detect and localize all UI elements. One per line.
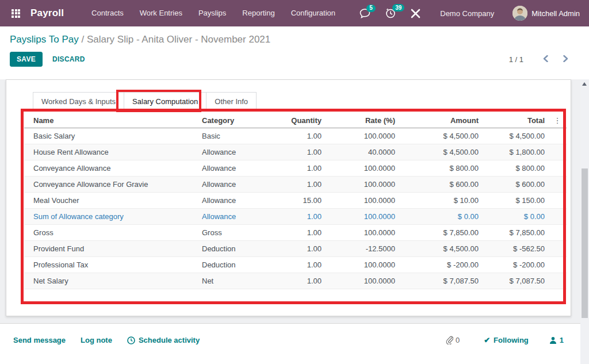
cell-rate: 100.0000 bbox=[325, 132, 399, 140]
column-header-category[interactable]: Category bbox=[198, 116, 276, 125]
cell-amount: $ 7,087.50 bbox=[399, 277, 482, 285]
table-row[interactable]: House Rent Allowance Allowance 1.00 40.0… bbox=[24, 144, 567, 160]
cell-category: Deduction bbox=[198, 244, 276, 253]
cell-total: $ -562.50 bbox=[482, 244, 548, 253]
table-header-row: Name Category Quantity Rate (%) Amount T… bbox=[24, 113, 567, 128]
menu-item-configuration[interactable]: Configuration bbox=[283, 0, 343, 26]
cell-total: $ 0.00 bbox=[482, 212, 548, 221]
log-note-label: Log note bbox=[81, 336, 112, 344]
cell-name: Professional Tax bbox=[24, 260, 198, 269]
salary-lines-table: Name Category Quantity Rate (%) Amount T… bbox=[24, 113, 567, 289]
vertical-scrollbar[interactable] bbox=[580, 79, 589, 364]
table-row[interactable]: Net Salary Net 1.00 100.0000 $ 7,087.50 … bbox=[24, 273, 567, 289]
app-title[interactable]: Payroll bbox=[30, 7, 64, 19]
attachments-button[interactable]: 0 bbox=[446, 336, 460, 344]
breadcrumb-parent[interactable]: Payslips To Pay bbox=[10, 34, 79, 45]
cell-category: Net bbox=[198, 277, 276, 285]
company-switcher[interactable]: Demo Company bbox=[440, 9, 494, 18]
following-button[interactable]: ✔ Following bbox=[484, 336, 529, 344]
cell-name: Net Salary bbox=[24, 277, 198, 285]
cell-quantity: 1.00 bbox=[276, 164, 325, 173]
column-header-total[interactable]: Total bbox=[482, 116, 548, 125]
followers-button[interactable]: 1 bbox=[549, 336, 564, 344]
cell-name: Sum of Allowance category bbox=[24, 212, 198, 221]
column-header-rate[interactable]: Rate (%) bbox=[325, 116, 399, 125]
pager-next-button[interactable] bbox=[560, 53, 572, 66]
tools-button[interactable] bbox=[411, 9, 420, 18]
cell-total: $ 7,850.00 bbox=[482, 228, 548, 237]
table-row[interactable]: Conveyance Allowance Allowance 1.00 100.… bbox=[24, 160, 567, 177]
scrollbar-up-arrow[interactable] bbox=[582, 82, 587, 86]
table-row[interactable]: Sum of Allowance category Allowance 1.00… bbox=[24, 209, 567, 225]
followers-count: 1 bbox=[560, 336, 564, 344]
cell-rate: 100.0000 bbox=[325, 164, 399, 173]
cell-category: Allowance bbox=[198, 164, 276, 173]
pager-counter: 1 / 1 bbox=[509, 55, 523, 64]
table-row[interactable]: Conveyance Allowance For Gravie Allowanc… bbox=[24, 177, 567, 193]
user-menu[interactable]: Mitchell Admin bbox=[512, 6, 580, 21]
cell-amount: $ 4,500.00 bbox=[399, 244, 482, 253]
cell-quantity: 1.00 bbox=[276, 148, 325, 156]
cell-quantity: 1.00 bbox=[276, 180, 325, 189]
activities-button[interactable]: 39 bbox=[385, 8, 396, 18]
cell-name: Gross bbox=[24, 228, 198, 237]
tab-other-info[interactable]: Other Info bbox=[206, 92, 257, 111]
breadcrumb-separator: / bbox=[81, 34, 84, 45]
cell-rate: 100.0000 bbox=[325, 260, 399, 269]
table-row[interactable]: Meal Voucher Allowance 15.00 100.0000 $ … bbox=[24, 193, 567, 209]
column-header-name[interactable]: Name bbox=[24, 116, 198, 125]
cell-name: Conveyance Allowance bbox=[24, 164, 198, 173]
main-menu: Contracts Work Entries Payslips Reportin… bbox=[83, 0, 343, 26]
form-sheet: Worked Days & Inputs Salary Computation … bbox=[6, 79, 571, 316]
discard-button[interactable]: DISCARD bbox=[52, 55, 85, 63]
menu-item-payslips[interactable]: Payslips bbox=[190, 0, 234, 26]
form-view-area: Worked Days & Inputs Salary Computation … bbox=[0, 79, 589, 323]
save-button[interactable]: SAVE bbox=[10, 52, 43, 67]
scrollbar-thumb[interactable] bbox=[582, 168, 588, 318]
optional-columns-icon[interactable]: ⋮ bbox=[548, 116, 567, 125]
cell-rate: -12.5000 bbox=[325, 244, 399, 253]
tab-salary-computation[interactable]: Salary Computation bbox=[124, 92, 206, 111]
cell-rate: 100.0000 bbox=[325, 212, 399, 221]
activities-badge: 39 bbox=[392, 4, 404, 12]
cell-rate: 40.0000 bbox=[325, 148, 399, 156]
tab-worked-days-inputs[interactable]: Worked Days & Inputs bbox=[33, 92, 124, 111]
pager-previous-button[interactable] bbox=[540, 53, 552, 66]
cell-amount: $ 7,850.00 bbox=[399, 228, 482, 237]
cell-total: $ 7,087.50 bbox=[482, 277, 548, 285]
following-label: Following bbox=[494, 336, 529, 344]
cell-category: Allowance bbox=[198, 212, 276, 221]
cell-name: Basic Salary bbox=[24, 132, 198, 140]
schedule-activity-button[interactable]: Schedule activity bbox=[127, 336, 200, 344]
menu-item-reporting[interactable]: Reporting bbox=[234, 0, 282, 26]
log-note-button[interactable]: Log note bbox=[81, 336, 112, 344]
menu-item-contracts[interactable]: Contracts bbox=[83, 0, 132, 26]
crossed-tools-icon bbox=[411, 9, 420, 18]
chevron-left-icon bbox=[543, 55, 548, 62]
cell-total: $ 150.00 bbox=[482, 196, 548, 205]
cell-amount: $ 800.00 bbox=[399, 164, 482, 173]
cell-category: Deduction bbox=[198, 260, 276, 269]
cell-category: Basic bbox=[198, 132, 276, 140]
column-header-quantity[interactable]: Quantity bbox=[276, 116, 325, 125]
clock-icon bbox=[127, 336, 135, 344]
cell-category: Allowance bbox=[198, 196, 276, 205]
table-row[interactable]: Basic Salary Basic 1.00 100.0000 $ 4,500… bbox=[24, 128, 567, 144]
paperclip-icon bbox=[446, 336, 453, 344]
table-row[interactable]: Provident Fund Deduction 1.00 -12.5000 $… bbox=[24, 241, 567, 257]
table-row[interactable]: Gross Gross 1.00 100.0000 $ 7,850.00 $ 7… bbox=[24, 225, 567, 241]
user-name: Mitchell Admin bbox=[531, 9, 580, 18]
apps-grid-icon[interactable] bbox=[12, 9, 20, 18]
send-message-button[interactable]: Send message bbox=[13, 336, 66, 344]
user-avatar bbox=[512, 6, 527, 21]
cell-amount: $ -200.00 bbox=[399, 260, 482, 269]
cell-category: Allowance bbox=[198, 148, 276, 156]
menu-item-work-entries[interactable]: Work Entries bbox=[132, 0, 190, 26]
cell-quantity: 1.00 bbox=[276, 260, 325, 269]
pager: 1 / 1 bbox=[509, 53, 572, 66]
table-row[interactable]: Professional Tax Deduction 1.00 100.0000… bbox=[24, 257, 567, 273]
column-header-amount[interactable]: Amount bbox=[399, 116, 482, 125]
cell-category: Gross bbox=[198, 228, 276, 237]
chevron-right-icon bbox=[563, 55, 568, 62]
messages-button[interactable]: 5 bbox=[359, 9, 370, 18]
